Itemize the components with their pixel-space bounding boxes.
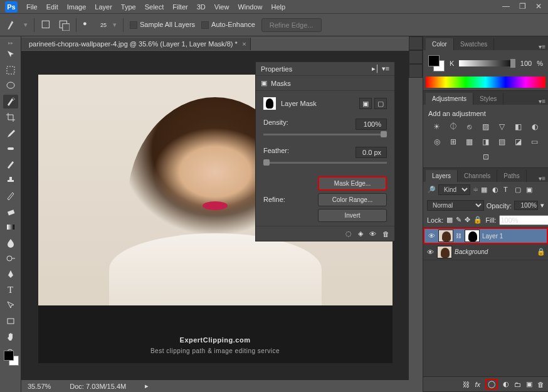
exposure-icon[interactable]: ▨	[480, 121, 492, 132]
tab-channels[interactable]: Channels	[458, 170, 497, 182]
panel-menu-icon[interactable]: ▾≡	[539, 98, 545, 105]
filter-pixel-icon[interactable]: ▦	[481, 186, 490, 194]
menu-select[interactable]: Select	[145, 3, 164, 11]
menu-filter[interactable]: Filter	[172, 3, 187, 11]
mask-thumbnail[interactable]	[263, 97, 276, 110]
tab-styles[interactable]: Styles	[473, 93, 503, 105]
maximize-icon[interactable]: ❐	[517, 2, 528, 11]
crop-tool[interactable]	[3, 110, 18, 124]
tab-swatches[interactable]: Swatches	[454, 38, 494, 50]
color-lookup-icon[interactable]: ▦	[463, 136, 476, 147]
new-fill-adj-icon[interactable]: ◐	[503, 380, 509, 388]
feather-value[interactable]: 0.0 px	[356, 147, 387, 158]
color-range-button[interactable]: Color Range...	[318, 193, 387, 206]
dock-icon[interactable]	[409, 36, 423, 50]
tab-layers[interactable]: Layers	[426, 170, 458, 182]
refine-edge-button[interactable]: Refine Edge...	[261, 18, 322, 32]
invert-button[interactable]: Invert	[318, 209, 387, 222]
add-mask-icon[interactable]: ◯	[485, 379, 498, 389]
path-selection-tool[interactable]	[3, 299, 18, 312]
document-tab[interactable]: parineeti-chopra-wallpaper-4.jpg @ 35.6%…	[21, 38, 251, 50]
density-value[interactable]: 100%	[356, 119, 387, 130]
menu-file[interactable]: File	[26, 3, 38, 11]
gradient-tool[interactable]	[3, 220, 18, 234]
link-layers-icon[interactable]: ⛓	[463, 381, 470, 388]
menu-help[interactable]: Help	[271, 3, 286, 11]
tab-paths[interactable]: Paths	[497, 170, 527, 182]
brightness-icon[interactable]: ☀	[431, 121, 443, 132]
quick-selection-tool[interactable]	[3, 95, 18, 109]
doc-size[interactable]: Doc: 7.03M/15.4M	[70, 383, 126, 390]
tab-color[interactable]: Color	[426, 38, 454, 50]
levels-icon[interactable]: ⏀	[447, 121, 460, 132]
lock-transparent-icon[interactable]: ▩	[446, 216, 453, 225]
filter-smart-icon[interactable]: ▣	[526, 186, 535, 194]
fill-input[interactable]	[499, 215, 548, 225]
pixel-mask-button[interactable]: ▣	[359, 98, 372, 109]
auto-enhance-checkbox[interactable]: Auto-Enhance	[201, 21, 255, 29]
link-icon[interactable]: ⛓	[456, 233, 462, 239]
layer-fx-icon[interactable]: fx	[475, 381, 480, 388]
color-spectrum[interactable]	[426, 77, 545, 88]
close-icon[interactable]: ✕	[533, 2, 544, 11]
dodge-tool[interactable]	[3, 252, 18, 265]
eyedropper-tool[interactable]	[3, 126, 18, 140]
menu-view[interactable]: View	[214, 3, 229, 11]
apply-mask-icon[interactable]: ◈	[358, 230, 363, 238]
layer-thumbnail[interactable]	[437, 246, 452, 258]
vibrance-icon[interactable]: ▽	[496, 121, 508, 132]
hue-icon[interactable]: ◧	[512, 121, 525, 132]
disable-mask-icon[interactable]: 👁	[369, 230, 376, 238]
hand-tool[interactable]	[3, 330, 18, 344]
menu-image[interactable]: Image	[67, 3, 87, 11]
brush-preset-icon[interactable]: ●	[83, 19, 94, 31]
visibility-icon[interactable]: 👁	[426, 248, 435, 256]
load-selection-icon[interactable]: ◌	[345, 230, 352, 238]
lock-all-icon[interactable]: 🔒	[473, 216, 482, 225]
close-tab-icon[interactable]: ×	[242, 40, 246, 48]
history-brush-tool[interactable]	[3, 189, 18, 203]
k-slider[interactable]	[459, 60, 515, 66]
delete-layer-icon[interactable]: 🗑	[537, 381, 544, 388]
delete-mask-icon[interactable]: 🗑	[382, 230, 389, 238]
move-tool[interactable]	[3, 48, 18, 61]
menu-window[interactable]: Window	[238, 3, 262, 11]
layer-filter-kind[interactable]: Kind	[438, 184, 470, 195]
lock-pixels-icon[interactable]: ✎	[456, 216, 461, 225]
stamp-tool[interactable]	[3, 173, 18, 187]
blend-mode-select[interactable]: Normal	[427, 200, 484, 211]
zoom-level[interactable]: 35.57%	[28, 383, 51, 390]
collapse-icon[interactable]: ▸│ ▾≡	[372, 65, 389, 73]
brush-size[interactable]: 25	[100, 22, 107, 28]
minimize-icon[interactable]: —	[500, 2, 512, 11]
panel-menu-icon[interactable]: ▾≡	[539, 43, 545, 50]
lock-position-icon[interactable]: ✥	[465, 216, 470, 225]
posterize-icon[interactable]: ▤	[496, 136, 508, 147]
invert-icon[interactable]: ◨	[480, 136, 492, 147]
blur-tool[interactable]	[3, 236, 18, 250]
curves-icon[interactable]: ⎋	[463, 121, 476, 132]
filter-type-icon[interactable]: T	[503, 186, 512, 194]
dock-icon[interactable]	[409, 50, 423, 64]
new-group-icon[interactable]: 🗀	[514, 381, 521, 388]
tab-adjustments[interactable]: Adjustments	[426, 93, 473, 105]
add-selection-icon[interactable]	[41, 19, 52, 31]
channel-mixer-icon[interactable]: ⊞	[447, 136, 460, 147]
density-slider[interactable]	[263, 134, 387, 135]
sample-all-layers-checkbox[interactable]: Sample All Layers	[130, 21, 195, 29]
subtract-selection-icon[interactable]	[58, 19, 70, 31]
new-layer-icon[interactable]: ▣	[526, 380, 532, 388]
type-tool[interactable]: T	[3, 283, 18, 297]
eraser-tool[interactable]	[3, 204, 18, 218]
vector-mask-button[interactable]: ▢	[374, 98, 387, 109]
lasso-tool[interactable]	[3, 79, 18, 93]
opacity-input[interactable]	[514, 201, 538, 210]
healing-tool[interactable]	[3, 142, 18, 156]
foreground-background-swatch[interactable]	[428, 55, 445, 72]
tool-preset-icon[interactable]	[6, 19, 18, 31]
dock-icon[interactable]	[409, 64, 423, 78]
brush-tool[interactable]	[3, 157, 18, 171]
bw-icon[interactable]: ◐	[529, 121, 541, 132]
menu-edit[interactable]: Edit	[46, 3, 58, 11]
selective-color-icon[interactable]: ⊡	[480, 151, 492, 162]
